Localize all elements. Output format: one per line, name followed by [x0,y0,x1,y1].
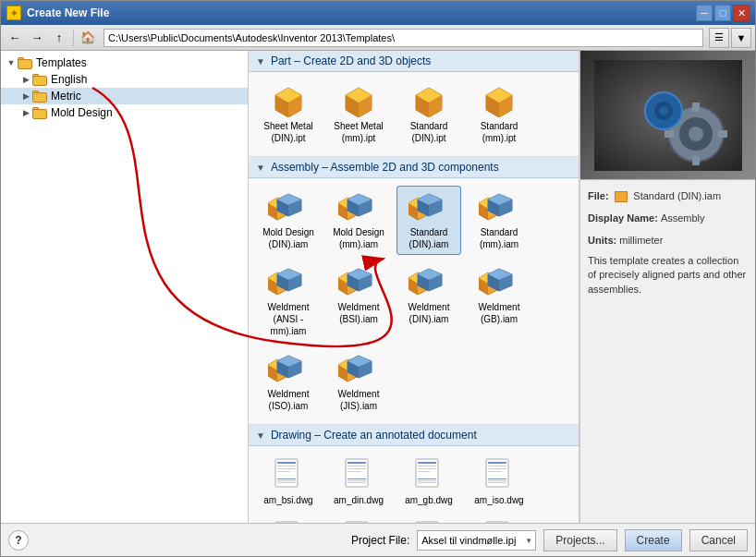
svg-rect-112 [488,466,506,466]
file-label-am-iso: am_iso.dwg [474,494,523,506]
file-item-standard-mm-iam[interactable]: Standard (mm).iam [467,186,531,255]
drawing-icon-am-iso [484,458,514,491]
file-label-am-bsi: am_bsi.dwg [263,494,312,506]
assembly-icon-standard-din [408,190,449,224]
info-row-units: Units: millimeter [588,232,748,248]
view-button[interactable]: ☰ [709,28,729,48]
section-header-part[interactable]: ▼ Part – Create 2D and 3D objects [249,51,579,72]
address-text: C:\Users\Public\Documents\Autodesk\Inven… [108,32,395,43]
file-item-am-jis[interactable]: am_jis.dwg [256,516,321,523]
svg-rect-95 [348,462,366,464]
drawing-icon-am-din [344,458,373,491]
file-label-am-gb: am_gb.dwg [405,494,453,506]
drawing-icon-am-gb [414,458,444,491]
part-icon-standard-din [412,84,445,117]
cancel-button[interactable]: Cancel [689,529,748,551]
tree-item-mold-design[interactable]: ▶ Mold Design [1,104,248,121]
file-item-weldment-jis[interactable]: Weldment (JIS).iam [326,347,391,417]
part-icon-sheet-metal-din [272,84,305,117]
home-icon[interactable]: 🏠 [78,28,98,48]
forward-button[interactable]: → [27,28,47,48]
address-bar[interactable]: C:\Users\Public\Documents\Autodesk\Inven… [104,29,703,47]
info-units-value: millimeter [619,235,663,246]
svg-rect-96 [348,466,366,466]
tree-arrow-mold: ▶ [19,106,32,119]
tree-item-english[interactable]: ▶ English [1,71,248,88]
file-item-sheet-metal-mm[interactable]: Sheet Metal (mm).ipt [326,79,391,149]
file-item-sheet-metal-din[interactable]: Sheet Metal (DIN).ipt [256,79,321,149]
svg-rect-116 [488,480,506,481]
up-button[interactable]: ↑ [49,28,69,48]
left-panel: ▼ Templates ▶ [1,51,249,523]
back-button[interactable]: ← [5,28,25,48]
toolbar: ← → ↑ 🏠 C:\Users\Public\Documents\Autode… [1,25,755,51]
file-label-weldment-bsi: Weldment (BSI).iam [331,301,386,325]
file-item-am-iso[interactable]: am_iso.dwg [467,454,531,511]
file-item-standard-din-iam[interactable]: Standard (DIN).iam [396,186,461,255]
files-scroll[interactable]: ▼ Part – Create 2D and 3D objects [249,51,579,523]
file-item-weldment-gb[interactable]: Weldment (GB).iam [467,260,531,342]
folder-icon-mold [32,107,47,119]
file-item-ansi-2[interactable]: ANSI [396,516,461,523]
file-label-mold-mm-iam: Mold Design (mm).iam [331,226,386,250]
info-display-label: Display Name: [588,212,661,224]
file-item-standard-mm-ipt[interactable]: Standard (mm).ipt [467,79,531,149]
svg-rect-111 [488,462,506,464]
assembly-icon-weldment-ansi [268,265,309,298]
part-icon-sheet-metal-mm [342,84,375,117]
file-item-am-din[interactable]: am_din.dwg [326,454,391,511]
svg-rect-99 [348,478,366,479]
svg-rect-109 [418,482,436,483]
info-file-label: File: [588,190,609,201]
file-label-standard-din-iam: Standard (DIN).iam [401,226,457,250]
file-item-bsi-dwg[interactable]: BSI.dwg [467,516,531,523]
file-label-weldment-iso: Weldment (ISO).iam [261,388,316,412]
assembly-icon-weldment-din [408,265,449,298]
tree-arrow-metric: ▶ [19,90,32,103]
file-item-standard-din-ipt[interactable]: Standard (DIN).ipt [396,79,461,149]
info-display-value: Assembly [661,212,705,224]
file-item-weldment-bsi[interactable]: Weldment (BSI).iam [326,260,391,342]
tree-item-metric[interactable]: ▶ Metric [1,88,248,104]
close-button[interactable]: ✕ [733,5,750,21]
projects-button[interactable]: Projects... [543,529,616,551]
section-header-assembly[interactable]: ▼ Assembly – Assemble 2D and 3D componen… [249,157,579,178]
help-button[interactable]: ? [8,530,29,551]
file-item-mold-din-iam[interactable]: Mold Design (DIN).iam [256,186,321,255]
preview-image [594,60,742,171]
tree-item-templates[interactable]: ▼ Templates [1,54,248,71]
file-label-weldment-gb: Weldment (GB).iam [471,301,527,325]
file-label-standard-mm-iam: Standard (mm).iam [471,226,527,250]
svg-rect-155 [692,103,700,112]
maximize-button[interactable]: □ [714,5,731,21]
project-select[interactable]: Aksel til vindmølle.ipj [417,530,536,551]
title-bar-buttons: ─ □ ✕ [696,5,750,21]
svg-rect-114 [488,471,501,472]
svg-rect-97 [348,468,366,469]
title-bar: ✦ Create New File ─ □ ✕ [1,1,755,25]
file-item-weldment-din[interactable]: Weldment (DIN).iam [396,260,461,342]
file-item-am-gb[interactable]: am_gb.dwg [396,454,461,511]
folder-icon-metric [32,91,47,103]
minimize-button[interactable]: ─ [696,5,713,21]
create-button[interactable]: Create [625,529,682,551]
section-header-drawing[interactable]: ▼ Drawing – Create an annotated document [249,425,579,446]
file-item-ansi-1[interactable]: ANSI [326,516,391,523]
svg-point-161 [659,106,668,115]
svg-rect-117 [488,482,506,483]
drawing-file-grid: am_bsi.dwg [249,446,579,523]
file-item-mold-mm-iam[interactable]: Mold Design (mm).iam [326,186,391,255]
file-item-weldment-ansi[interactable]: Weldment (ANSI - mm).iam [256,260,321,342]
file-label-am-din: am_din.dwg [334,494,384,506]
file-item-weldment-iso[interactable]: Weldment (ISO).iam [256,347,321,417]
options-button[interactable]: ▼ [731,28,751,48]
svg-rect-98 [348,471,360,472]
file-label-weldment-ansi: Weldment (ANSI - mm).iam [261,301,316,337]
file-item-am-bsi[interactable]: am_bsi.dwg [256,454,321,511]
part-icon-standard-mm [482,84,516,117]
file-label-sheet-metal-din: Sheet Metal (DIN).ipt [261,120,316,144]
info-file-name: Standard (DIN).iam [633,190,721,201]
svg-rect-156 [692,156,700,165]
svg-rect-91 [277,478,296,479]
svg-rect-106 [418,471,431,472]
